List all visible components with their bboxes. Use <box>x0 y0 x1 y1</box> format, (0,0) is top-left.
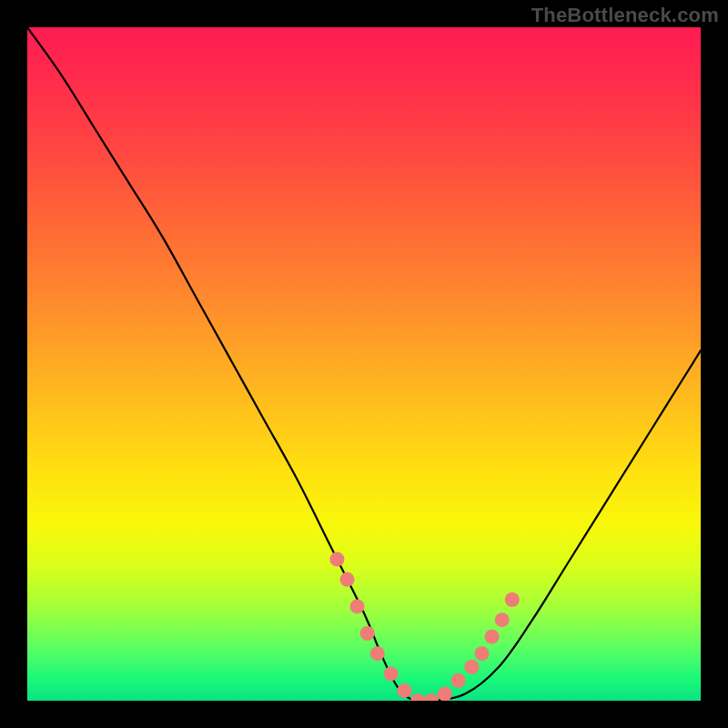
highlight-bead <box>360 626 375 641</box>
highlight-bead <box>475 646 490 661</box>
highlight-bead <box>370 646 385 661</box>
highlight-bead <box>495 612 510 627</box>
highlight-bead <box>340 572 355 587</box>
highlight-bead <box>424 693 439 701</box>
highlight-bead <box>384 666 399 681</box>
chart-frame: TheBottleneck.com <box>0 0 728 728</box>
highlight-bead <box>350 599 365 613</box>
highlight-bead <box>329 552 344 567</box>
highlight-beads <box>329 552 519 701</box>
highlight-bead <box>485 630 500 644</box>
watermark-text: TheBottleneck.com <box>531 4 719 27</box>
highlight-bead <box>438 687 452 701</box>
curve-overlay <box>27 27 701 701</box>
bottleneck-curve <box>27 27 701 701</box>
highlight-bead <box>464 660 479 674</box>
plot-area <box>27 27 701 701</box>
highlight-bead <box>451 673 466 688</box>
highlight-bead <box>505 592 520 607</box>
highlight-bead <box>397 683 411 698</box>
highlight-bead <box>410 693 425 701</box>
